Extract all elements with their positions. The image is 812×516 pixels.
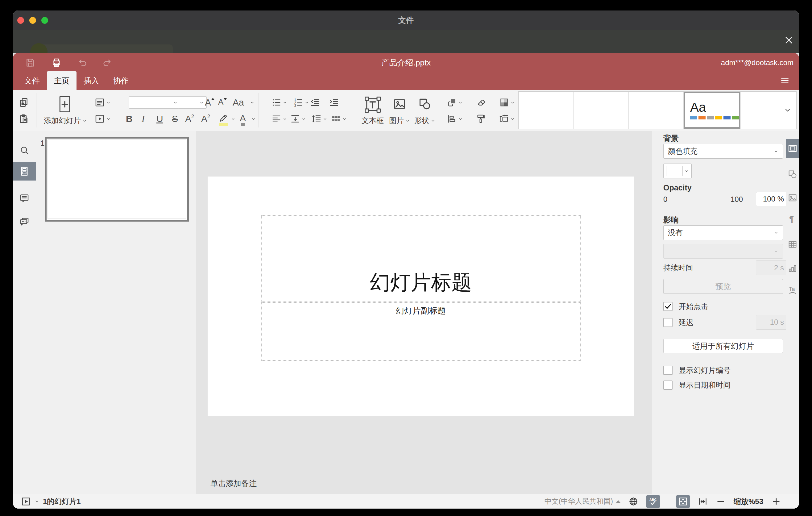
slide-settings-tab[interactable] — [786, 139, 799, 158]
fit-to-width-icon[interactable] — [698, 496, 708, 507]
insert-image-button[interactable]: 图片 — [389, 116, 410, 125]
close-editor-icon[interactable] — [784, 35, 794, 46]
tab-home[interactable]: 主页 — [47, 71, 77, 90]
line-spacing-icon[interactable] — [311, 114, 322, 124]
textbox-button[interactable]: 文本框 — [361, 116, 384, 125]
numbered-list-icon[interactable]: 123 — [293, 97, 303, 108]
theme-item-blank[interactable] — [574, 92, 629, 129]
chevron-down-icon[interactable] — [251, 117, 256, 121]
slide-subtitle-placeholder[interactable]: 幻灯片副标题 — [261, 302, 581, 361]
table-settings-icon[interactable] — [788, 239, 798, 249]
font-size-combo[interactable] — [178, 96, 207, 109]
show-date-time-checkbox[interactable] — [663, 380, 672, 390]
effect-option-select[interactable] — [663, 244, 783, 259]
slide-size-icon[interactable] — [499, 114, 509, 124]
theme-gallery-expand-button[interactable] — [779, 92, 796, 129]
shape-settings-icon[interactable] — [788, 169, 798, 179]
zoom-out-icon[interactable] — [716, 496, 726, 507]
theme-item-blank[interactable] — [629, 92, 684, 129]
paragraph-settings-icon[interactable]: ¶ — [788, 214, 798, 224]
underline-button[interactable]: U — [156, 114, 163, 123]
decrease-font-button[interactable]: A — [218, 98, 227, 106]
show-slide-number-checkbox[interactable] — [663, 366, 672, 375]
image-settings-icon[interactable] — [788, 193, 798, 203]
apply-to-all-slides-button[interactable]: 适用于所有幻灯片 — [663, 339, 783, 353]
chevron-down-icon[interactable] — [283, 117, 287, 121]
spellcheck-toggle[interactable]: ABC — [646, 495, 660, 508]
clear-style-icon[interactable] — [476, 97, 487, 108]
search-icon[interactable] — [19, 145, 30, 155]
add-slide-button[interactable]: 添加幻灯片 — [44, 116, 87, 125]
slide-surface[interactable]: 幻灯片标题 幻灯片副标题 — [208, 176, 634, 416]
font-name-combo[interactable] — [129, 96, 180, 109]
slide-title-placeholder[interactable]: 幻灯片标题 — [261, 215, 581, 302]
theme-item-blank[interactable] — [741, 92, 779, 129]
increase-indent-icon[interactable] — [328, 97, 339, 108]
chevron-down-icon[interactable] — [458, 117, 463, 121]
chevron-down-icon[interactable] — [510, 117, 515, 121]
slides-panel-toggle[interactable] — [13, 162, 36, 180]
tab-collaboration[interactable]: 协作 — [106, 71, 136, 90]
chevron-down-icon[interactable] — [34, 499, 39, 504]
chevron-down-icon[interactable] — [250, 100, 255, 105]
notes-placeholder[interactable]: 单击添加备注 — [210, 478, 257, 489]
start-on-click-checkbox[interactable] — [663, 302, 672, 311]
superscript-button[interactable]: A2 — [185, 114, 194, 123]
add-slide-icon[interactable] — [58, 95, 71, 113]
chevron-down-icon[interactable] — [304, 100, 309, 105]
copy-icon[interactable] — [19, 97, 29, 108]
globe-icon[interactable] — [629, 496, 638, 507]
textbox-icon[interactable] — [364, 96, 381, 113]
align-shapes-icon[interactable] — [447, 114, 457, 124]
vertical-align-icon[interactable] — [290, 114, 300, 124]
chevron-down-icon[interactable] — [342, 117, 347, 121]
decrease-indent-icon[interactable] — [310, 97, 320, 108]
bullet-list-icon[interactable] — [271, 97, 282, 108]
strikeout-button[interactable]: S — [172, 114, 178, 123]
background-fill-select[interactable]: 颜色填充 — [663, 144, 783, 159]
tab-file[interactable]: 文件 — [17, 71, 47, 90]
theme-item-selected[interactable]: Aa — [684, 92, 741, 129]
highlight-color-button[interactable] — [218, 113, 229, 123]
chevron-down-icon[interactable] — [283, 100, 287, 105]
chevron-down-icon[interactable] — [301, 117, 306, 121]
chevron-down-icon[interactable] — [106, 117, 111, 121]
bold-button[interactable]: B — [126, 114, 133, 123]
delay-checkbox[interactable] — [663, 318, 672, 327]
horizontal-align-icon[interactable] — [271, 114, 282, 124]
background-color-picker[interactable] — [663, 164, 692, 178]
copy-style-icon[interactable] — [476, 114, 487, 124]
paste-icon[interactable] — [19, 114, 29, 124]
chart-settings-icon[interactable] — [788, 263, 798, 274]
chevron-down-icon[interactable] — [231, 117, 235, 121]
start-slideshow-status-icon[interactable] — [21, 496, 31, 507]
insert-image-icon[interactable] — [393, 97, 406, 111]
chevron-down-icon[interactable] — [510, 100, 515, 105]
zoom-in-icon[interactable] — [771, 496, 781, 507]
fit-to-slide-button[interactable] — [676, 495, 690, 508]
increase-font-button[interactable]: A — [205, 98, 215, 107]
language-selector[interactable]: 中文(中华人民共和国) — [545, 496, 620, 506]
menu-hamburger-icon[interactable] — [780, 76, 790, 85]
start-slideshow-icon[interactable] — [94, 114, 105, 124]
chat-icon[interactable] — [19, 216, 30, 227]
font-color-button[interactable]: A — [240, 114, 246, 123]
color-scheme-icon[interactable] — [499, 97, 509, 108]
chevron-down-icon[interactable] — [106, 100, 111, 105]
slide-thumbnail[interactable] — [45, 137, 189, 222]
insert-shape-icon[interactable] — [418, 97, 432, 111]
notes-divider[interactable] — [196, 473, 652, 473]
chevron-down-icon[interactable] — [458, 100, 463, 105]
slide-layout-icon[interactable] — [94, 97, 105, 108]
textart-settings-icon[interactable]: Ta — [788, 285, 798, 295]
preview-button[interactable]: 预览 — [663, 279, 783, 294]
arrange-shapes-icon[interactable] — [447, 97, 457, 108]
italic-button[interactable]: I — [142, 114, 145, 123]
effect-select[interactable]: 没有 — [663, 225, 783, 240]
insert-shape-button[interactable]: 形状 — [414, 116, 435, 125]
chevron-down-icon[interactable] — [323, 117, 327, 121]
tab-insert[interactable]: 插入 — [77, 71, 106, 90]
columns-icon[interactable] — [331, 114, 341, 124]
theme-item-blank[interactable] — [519, 92, 574, 129]
change-case-button[interactable]: Aa — [233, 98, 244, 107]
